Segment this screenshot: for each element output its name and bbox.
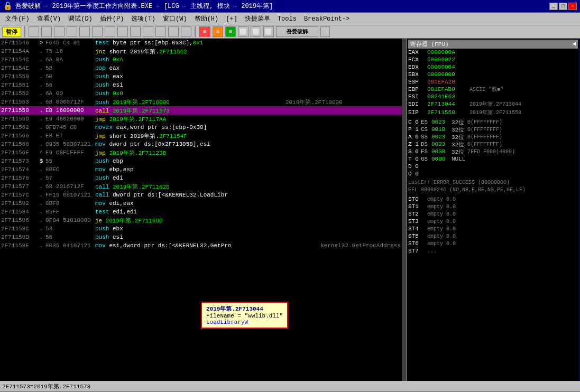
disasm-addr: 2F711558	[0, 107, 37, 114]
disasm-bytes: EB E7	[45, 133, 93, 139]
disasm-row: 2F711582 . 8BF8 mov edi,eax	[0, 199, 406, 208]
menu-options[interactable]: 选项(T)	[128, 13, 159, 24]
reg-val-eax: 0000000A	[427, 49, 469, 55]
reg-name-esi: ESI	[408, 94, 427, 100]
disasm-row: 2F71158D . 56 push esi	[0, 233, 406, 241]
disasm-marker: .	[37, 141, 45, 147]
disasm-bytes: 50	[45, 73, 93, 80]
disasm-mnem: jmp 2019年第.2F71123B	[93, 149, 400, 157]
disasm-mnem: jnz short 2019年第.2F711562	[93, 48, 400, 55]
disasm-addr: 2F71154A	[0, 48, 37, 54]
st0-val: empty 0.0	[427, 197, 456, 202]
pause-button[interactable]: 暂停	[2, 27, 21, 37]
disasm-panel[interactable]: 2F711546 > F645 C4 01 test byte ptr ss:[…	[0, 39, 407, 381]
disasm-addr: 2F711574	[0, 166, 37, 173]
title-bar-controls[interactable]: _ □ ×	[549, 3, 577, 10]
disasm-addr: 2F711566	[0, 133, 37, 139]
toolbar-icon-7[interactable]: ?	[320, 26, 330, 37]
menu-view[interactable]: 查看(V)	[34, 13, 65, 24]
st6-val: empty 0.0	[427, 241, 456, 247]
disasm-mnem: push ebx	[93, 226, 400, 232]
flag-row-p: P 1 CS 001B 32位 Θ(FFFFFFFF)	[408, 126, 578, 133]
toolbar-icon-5[interactable]: ⬜	[251, 26, 261, 37]
disasm-row: 2F711551 . 56 push esi	[0, 81, 406, 89]
disasm-addr: 2F711576	[0, 175, 37, 181]
menu-window[interactable]: 窗口(W)	[160, 13, 190, 24]
toolbar-btn-e[interactable]: e	[41, 26, 52, 37]
menu-file[interactable]: 文件(F)	[2, 13, 33, 24]
reg-val-ebp: 001EFAB0	[427, 86, 469, 92]
toolbar-icon-6[interactable]: ⬜	[263, 26, 274, 37]
disasm-marker: .	[37, 192, 45, 198]
reg-name-ecx: ECX	[408, 57, 427, 63]
disasm-addr: 2F711550	[0, 73, 37, 80]
disasm-marker: .	[37, 133, 45, 139]
reg-row-ecx: ECX 00000022	[408, 56, 578, 63]
toolbar-btn-m[interactable]: m	[54, 26, 65, 37]
toolbar-btn-k[interactable]: k	[130, 26, 141, 37]
toolbar-btn-p[interactable]: p	[117, 26, 128, 37]
menu-debug[interactable]: 调试(D)	[65, 13, 96, 24]
menu-help[interactable]: 帮助(H)	[191, 13, 222, 24]
reg-row-eax: EAX 0000000A	[408, 49, 578, 56]
toolbar-btn-c[interactable]: c	[105, 26, 115, 37]
toolbar-btn-r[interactable]: r	[155, 26, 166, 37]
close-button[interactable]: ×	[568, 3, 577, 10]
menu-shortcuts[interactable]: 快捷菜单	[242, 13, 273, 24]
disasm-bytes: E8 16000000	[45, 107, 93, 114]
toolbar-btn-h[interactable]: h	[92, 26, 103, 37]
menu-plus[interactable]: [+]	[223, 14, 241, 24]
flag-row-t: T 0 GS 0000 NULL	[408, 155, 578, 163]
title-text: 吾爱破解 - 2019年第一季度工作方向附表.EXE - [LCG - 主线程,…	[15, 2, 273, 11]
disasm-row: 2F71158E . 8B35 04107121 mov esi,dword p…	[0, 241, 406, 250]
disasm-addr: 2F711582	[0, 200, 37, 207]
flag-row-c: C 0 ES 0023 32位 Θ(FFFFFFFF)	[408, 118, 578, 126]
minimize-button[interactable]: _	[549, 3, 558, 10]
reg-row-ebp: EBP 001EFAB0 ASCII "贱■"	[408, 86, 578, 93]
disasm-marker: .	[37, 90, 45, 97]
toolbar-btn-dot[interactable]: .	[168, 26, 179, 37]
disasm-addr: 2F71158E	[0, 242, 37, 249]
toolbar-icon-2[interactable]: ■	[213, 26, 223, 37]
toolbar-btn-b2[interactable]: b	[143, 26, 153, 37]
toolbar-btn-s[interactable]: s	[181, 26, 191, 37]
st1-val: empty 0.0	[427, 204, 456, 210]
toolbar-btn-w[interactable]: w	[79, 26, 90, 37]
disasm-bytes: 6A 00	[45, 90, 93, 97]
st4-row: ST4empty 0.0	[408, 225, 578, 232]
disasm-marker: .	[37, 209, 45, 215]
reg-name-eip: EIP	[408, 109, 427, 116]
toolbar-wa[interactable]: 吾爱破解	[276, 26, 318, 37]
disasm-mnem: mov edi,eax	[93, 200, 400, 207]
reg-panel-collapse[interactable]: ◀	[572, 40, 576, 48]
reg-panel-title: 寄存器 (FPU) ◀	[408, 40, 578, 49]
disasm-row: 2F711546 > F645 C4 01 test byte ptr ss:[…	[0, 39, 406, 47]
disasm-scrollbar[interactable]	[402, 39, 406, 381]
disasm-row: 2F711562 . 0FB745 C8 movzx eax,word ptr …	[0, 123, 406, 132]
toolbar-icon-4[interactable]: ⬜	[238, 26, 248, 37]
disasm-row: 2F71155D . E9 48020000 jmp 2019年第.2F7117…	[0, 115, 406, 123]
reg-row-ebx: EBX 00000000	[408, 71, 578, 78]
reg-row-esp: ESP 001EFA28	[408, 78, 578, 86]
disasm-mnem: mov esi,dword ptr ds:[<&KERNEL32.GetPro …	[93, 242, 400, 249]
disasm-mnem: mov ebp,esp	[93, 166, 400, 173]
toolbar-btn-l[interactable]: l	[29, 26, 39, 37]
menu-plugins[interactable]: 插件(P)	[97, 13, 127, 24]
disasm-bytes: 53	[45, 226, 93, 232]
disasm-marker: .	[37, 183, 45, 190]
menu-breakpoint[interactable]: BreakPoint->	[301, 14, 353, 24]
disasm-row: 2F711586 . 0F84 51010000 je 2019年第.2F711…	[0, 216, 406, 225]
disasm-marker: .	[37, 116, 45, 122]
disasm-marker: .	[37, 57, 45, 63]
toolbar-icon-3[interactable]: ■	[225, 26, 236, 37]
toolbar-icon-1[interactable]: ■	[199, 26, 210, 37]
menu-tools[interactable]: Tools	[274, 14, 300, 24]
disasm-mnem: push eax	[93, 73, 400, 80]
reg-panel-label: 寄存器 (FPU)	[410, 40, 449, 48]
disasm-bytes: 75 16	[45, 48, 93, 54]
toolbar-btn-b[interactable]: b	[67, 26, 77, 37]
disasm-mnem: push ebp	[93, 158, 400, 164]
disasm-bytes: 56	[45, 234, 93, 240]
disasm-bytes: FF15 08107121	[45, 192, 93, 198]
maximize-button[interactable]: □	[559, 3, 567, 10]
